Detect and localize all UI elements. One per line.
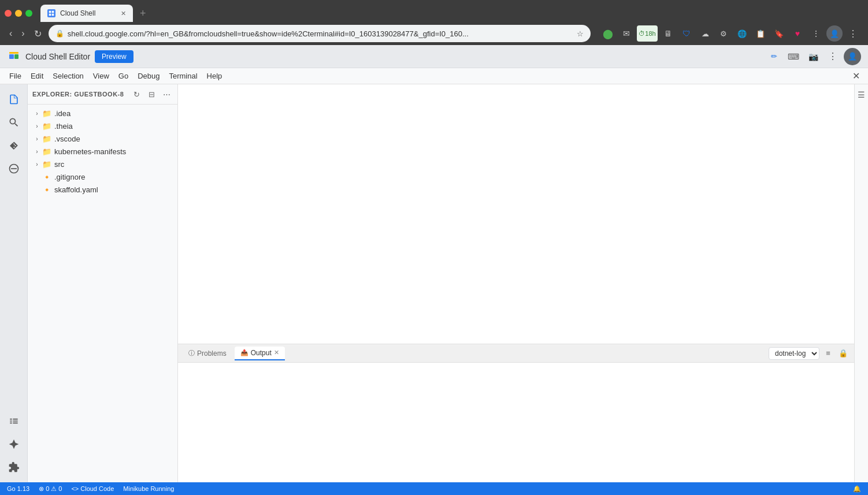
editor-main: [178, 84, 854, 344]
explorer-more-btn[interactable]: ⋯: [160, 88, 173, 101]
output-channel-dropdown[interactable]: dotnet-log: [769, 347, 819, 360]
tree-item-vscode[interactable]: › 📁 .vscode: [28, 132, 177, 145]
editor-area: ⓘ Problems 📤 Output ✕ dotnet-log ≡ 🔒: [178, 84, 854, 482]
menu-terminal[interactable]: Terminal: [164, 69, 202, 83]
tree-item-idea[interactable]: › 📁 .idea: [28, 107, 177, 120]
explorer-title: EXPLORER: GUESTBOOK-8: [32, 91, 128, 98]
cloud-code-label: Cloud Code: [80, 485, 114, 492]
ext3-btn[interactable]: 📋: [752, 25, 769, 42]
menu-edit[interactable]: Edit: [26, 69, 48, 83]
tree-item-src[interactable]: › 📁 src: [28, 158, 177, 170]
menu-view[interactable]: View: [88, 69, 114, 83]
panel-tab-problems[interactable]: ⓘ Problems: [183, 347, 232, 360]
gmail-btn[interactable]: ✉: [618, 25, 635, 42]
explorer-refresh-btn[interactable]: ↻: [130, 88, 143, 101]
explorer-panel: EXPLORER: GUESTBOOK-8 ↻ ⊟ ⋯ › 📁 .idea › …: [28, 84, 178, 482]
status-go-version[interactable]: Go 1.13: [5, 485, 32, 492]
address-bar[interactable]: 🔒 shell.cloud.google.com/?hl=en_GB&fromc…: [49, 25, 591, 42]
tree-item-kubernetes[interactable]: › 📁 kubernetes-manifests: [28, 145, 177, 158]
tab-bar: Cloud Shell ✕ +: [0, 0, 868, 22]
tab-close-btn[interactable]: ✕: [121, 10, 126, 17]
status-errors[interactable]: ⊗ 0 ⚠ 0: [36, 485, 64, 493]
svg-rect-6: [9, 52, 18, 54]
preview-button[interactable]: Preview: [95, 50, 133, 63]
menu-btn[interactable]: ⋮: [845, 25, 861, 42]
folder-name: .vscode: [54, 135, 80, 143]
status-bell-btn[interactable]: 🔔: [851, 485, 863, 493]
menu-help[interactable]: Help: [202, 69, 227, 83]
heart-btn[interactable]: ♥: [789, 25, 806, 42]
folder-icon: 📁: [42, 108, 52, 118]
back-button[interactable]: ‹: [7, 26, 14, 41]
bookmark-icon[interactable]: ☆: [577, 29, 584, 38]
chevron-icon: ›: [32, 121, 42, 131]
api-activity-btn[interactable]: [3, 411, 24, 431]
camera-btn[interactable]: 📷: [804, 48, 822, 65]
panel-tab-output[interactable]: 📤 Output ✕: [235, 347, 285, 360]
status-cloud-code[interactable]: <> Cloud Code: [69, 485, 116, 492]
explorer-activity-btn[interactable]: [3, 89, 24, 110]
search-activity-btn[interactable]: [3, 112, 24, 133]
user-account-btn[interactable]: 👤: [844, 48, 861, 65]
scroll-lock-btn[interactable]: 🔒: [837, 347, 850, 360]
chevron-icon: ›: [32, 109, 42, 118]
monitor-btn[interactable]: 🖥: [660, 25, 676, 42]
menu-selection[interactable]: Selection: [48, 69, 88, 83]
browser-tab[interactable]: Cloud Shell ✕: [40, 5, 133, 22]
more-options-btn[interactable]: ⋮: [824, 48, 841, 65]
tab-favicon: [47, 9, 55, 17]
cloud-code-icon: <>: [71, 485, 79, 492]
window-close-btn[interactable]: [5, 10, 12, 17]
status-minikube[interactable]: Minikube Running: [121, 485, 176, 492]
file-name: .gitignore: [54, 173, 85, 181]
clear-output-btn[interactable]: ≡: [822, 347, 834, 360]
ext1-btn[interactable]: ⚙: [715, 25, 732, 42]
reload-button[interactable]: ↻: [32, 26, 44, 42]
error-count: 0: [46, 485, 49, 492]
new-tab-button[interactable]: +: [135, 8, 151, 20]
right-sidebar-btn[interactable]: ☰: [856, 89, 867, 101]
problems-icon: ⓘ: [188, 349, 195, 358]
profile-btn[interactable]: 👤: [826, 25, 843, 42]
tree-item-theia[interactable]: › 📁 .theia: [28, 120, 177, 132]
forward-button[interactable]: ›: [19, 26, 27, 41]
edit-mode-btn[interactable]: ✏: [765, 48, 782, 65]
window-min-btn[interactable]: [15, 10, 22, 17]
timer-btn[interactable]: ⏱18h: [637, 25, 658, 42]
extensions-activity-btn[interactable]: [3, 457, 24, 478]
no-chevron: [32, 172, 42, 181]
header-actions: ✏ ⌨ 📷 ⋮ 👤: [765, 48, 861, 65]
menu-go[interactable]: Go: [114, 69, 133, 83]
gcp-btn[interactable]: ☁: [697, 25, 713, 42]
file-name: skaffold.yaml: [54, 185, 98, 194]
menu-close-btn[interactable]: ✕: [849, 69, 863, 83]
panel-right-actions: dotnet-log ≡ 🔒: [769, 347, 850, 360]
ext4-btn[interactable]: 🔖: [771, 25, 787, 42]
explorer-collapse-btn[interactable]: ⊟: [145, 88, 158, 101]
no-chevron: [32, 185, 42, 194]
tab-title: Cloud Shell: [60, 9, 116, 17]
tree-item-gitignore[interactable]: 🔸 .gitignore: [28, 170, 177, 183]
browser-actions: ⬤ ✉ ⏱18h 🖥 🛡 ☁ ⚙ 🌐 📋 🔖 ♥ ⋮ 👤 ⋮: [600, 25, 861, 42]
ext2-btn[interactable]: 🌐: [734, 25, 750, 42]
chevron-icon: ›: [32, 159, 42, 169]
cast-btn[interactable]: ⬤: [600, 25, 616, 42]
terminal-mode-btn[interactable]: ⌨: [785, 48, 802, 65]
chevron-icon: ›: [32, 134, 42, 143]
sparkle-activity-btn[interactable]: [3, 434, 24, 455]
no-entry-activity-btn[interactable]: [3, 158, 24, 179]
go-version-text: Go 1.13: [7, 485, 29, 492]
menu-debug[interactable]: Debug: [133, 69, 164, 83]
tree-item-skaffold[interactable]: 🔸 skaffold.yaml: [28, 183, 177, 196]
shield-btn[interactable]: 🛡: [678, 25, 695, 42]
extensions-btn[interactable]: ⋮: [808, 25, 824, 42]
warning-icon: ⚠: [51, 485, 57, 493]
menu-file[interactable]: File: [5, 69, 26, 83]
output-icon: 📤: [240, 349, 248, 356]
window-max-btn[interactable]: [25, 10, 32, 17]
menu-bar: File Edit Selection View Go Debug Termin…: [0, 68, 868, 84]
panel-tab-output-close[interactable]: ✕: [274, 349, 279, 356]
git-activity-btn[interactable]: [3, 135, 24, 156]
file-icon: 🔸: [42, 184, 52, 195]
app-header: Cloud Shell Editor Preview ✏ ⌨ 📷 ⋮ 👤: [0, 45, 868, 68]
